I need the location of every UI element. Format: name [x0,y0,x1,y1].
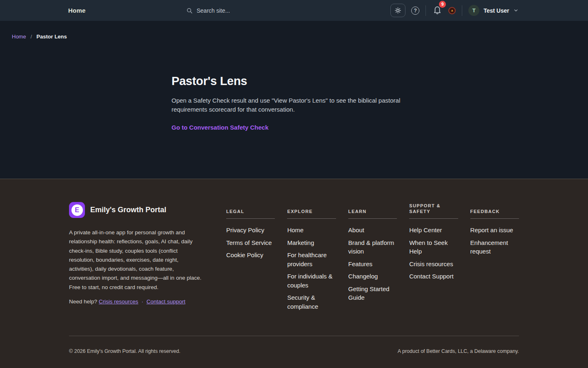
go-to-safety-check-link[interactable]: Go to Conversation Safety Check [172,124,269,131]
footer-link[interactable]: Enhancement request [470,239,508,255]
footer-link[interactable]: Contact Support [409,273,453,280]
footer-column-heading: SUPPORT & SAFETY [409,203,458,214]
footer-link[interactable]: For healthcare providers [287,251,327,267]
footer-link[interactable]: Changelog [348,273,378,280]
footer-link[interactable]: Cookie Policy [226,251,263,258]
nav-divider [425,5,426,16]
footer-column-legal: LEGALPrivacy PolicyTerms of ServiceCooki… [226,202,275,314]
theme-toggle-button[interactable] [390,4,405,17]
page-description: Open a Safety Check result and use "View… [172,96,412,114]
need-help-row: Need help? Crisis resources · Contact su… [69,298,204,305]
footer-bottom-bar: © 2026 Emily's Growth Portal. All rights… [69,336,519,368]
chevron-down-icon [513,8,519,13]
footer-column-heading: LEARN [348,209,367,214]
search-bar[interactable] [186,7,286,14]
footer-column-heading: EXPLORE [287,209,312,214]
brand-logo: E [69,202,85,218]
nav-actions: ? 9 ▲ T Test User [390,4,519,17]
need-help-label: Need help? [69,298,97,305]
help-button[interactable]: ? [411,7,419,15]
footer-link[interactable]: Privacy Policy [226,227,264,233]
brand-name: Emily's Growth Portal [90,206,166,214]
footer-link[interactable]: Home [287,227,303,233]
breadcrumb-home-link[interactable]: Home [12,34,26,40]
crisis-resources-link[interactable]: Crisis resources [99,298,138,305]
footer-column-support-safety: SUPPORT & SAFETYHelp CenterWhen to Seek … [409,202,458,314]
footer-link[interactable]: Brand & platform vision [348,239,394,255]
footer-link[interactable]: For individuals & couples [287,273,332,289]
footer-brand: E Emily's Growth Portal A private all-in… [69,202,214,314]
crisis-alert-icon[interactable]: ▲ [448,7,456,14]
footer-column-feedback: FEEDBACKReport an issueEnhancement reque… [470,202,519,314]
notification-badge: 9 [439,1,446,8]
footer-link[interactable]: When to Seek Help [409,239,448,255]
footer-link[interactable]: About [348,227,364,233]
footer-column-heading: LEGAL [226,209,244,214]
nav-home-link[interactable]: Home [68,7,85,14]
footer-link[interactable]: Security & compliance [287,294,318,310]
footer-link[interactable]: Help Center [409,227,442,233]
nav-divider [462,5,462,16]
footer-link[interactable]: Crisis resources [409,260,453,267]
footer-link[interactable]: Features [348,260,372,267]
footer-column-rule [409,218,458,219]
contact-support-link[interactable]: Contact support [147,298,185,305]
help-icon: ? [411,7,419,15]
breadcrumb-current: Pastor Lens [36,34,67,40]
footer-column-heading: FEEDBACK [470,209,500,214]
user-menu[interactable]: T Test User [468,5,519,16]
notifications-button[interactable]: 9 [432,4,443,17]
footer-column-learn: LEARNAboutBrand & platform visionFeature… [348,202,397,314]
brand-logo-letter: E [71,204,83,216]
footer-column-rule [348,218,397,219]
user-name: Test User [483,7,509,14]
footer-column-rule [287,218,336,219]
breadcrumb-separator: / [31,34,32,40]
breadcrumb: Home / Pastor Lens [0,21,588,40]
page-content: Pastor's Lens Open a Safety Check result… [172,74,416,131]
footer-link[interactable]: Getting Started Guide [348,285,390,301]
footer: E Emily's Growth Portal A private all-in… [0,179,588,368]
search-input[interactable] [196,7,286,14]
help-links-separator: · [141,298,143,305]
company-text: A product of Better Cards, LLC, a Delawa… [398,348,519,354]
avatar: T [468,5,479,16]
footer-column-explore: EXPLOREHomeMarketingFor healthcare provi… [287,202,336,314]
search-icon [186,7,193,14]
copyright-text: © 2026 Emily's Growth Portal. All rights… [69,348,180,354]
footer-column-rule [226,218,275,219]
footer-link[interactable]: Marketing [287,239,314,246]
top-nav: Home ? [0,0,588,21]
sun-icon [394,7,401,14]
footer-link[interactable]: Terms of Service [226,239,272,246]
footer-column-rule [470,218,519,219]
footer-link[interactable]: Report an issue [470,227,513,233]
main-area: Home / Pastor Lens Pastor's Lens Open a … [0,21,588,179]
page-title: Pastor's Lens [172,74,416,88]
brand-description: A private all-in-one app for personal gr… [69,228,204,292]
